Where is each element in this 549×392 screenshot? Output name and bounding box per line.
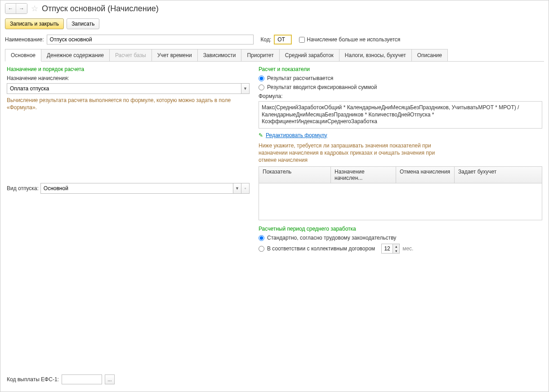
not-used-checkbox[interactable] bbox=[299, 37, 305, 43]
name-input[interactable] bbox=[47, 35, 254, 45]
radio-collective-label: В соответствии с коллективным договором bbox=[267, 245, 375, 252]
save-close-button[interactable]: Записать и закрыть bbox=[5, 18, 64, 29]
vac-type-open-icon[interactable]: ▫ bbox=[241, 183, 250, 194]
tab-desc[interactable]: Описание bbox=[411, 49, 448, 61]
radio-standard-label: Стандартно, согласно трудовому законодат… bbox=[267, 235, 396, 241]
tabs: Основное Денежное содержание Расчет базы… bbox=[5, 49, 544, 62]
forward-button[interactable]: → bbox=[16, 4, 27, 13]
section-calc-title: Расчет и показатели bbox=[259, 66, 542, 72]
tab-taxes[interactable]: Налоги, взносы, бухучет bbox=[339, 49, 412, 61]
nav-buttons: ← → bbox=[5, 3, 27, 14]
purpose-label: Назначение начисления: bbox=[7, 75, 250, 81]
indicators-table: Показатель Назначение начислен... Отмена… bbox=[259, 166, 542, 220]
page-title: Отпуск основной (Начисление) bbox=[42, 4, 159, 13]
months-suffix: мес. bbox=[402, 245, 413, 252]
tab-monetary[interactable]: Денежное содержание bbox=[41, 49, 110, 61]
th-indicator: Показатель bbox=[259, 167, 331, 183]
efs-input[interactable] bbox=[62, 374, 102, 384]
months-spinner[interactable]: ▲ ▼ bbox=[381, 244, 400, 254]
save-button[interactable]: Записать bbox=[67, 18, 99, 29]
th-accounting: Задает бухучет bbox=[455, 167, 542, 183]
formula-label: Формула: bbox=[259, 93, 542, 99]
th-assign: Назначение начислен... bbox=[331, 167, 396, 183]
spinner-down-icon[interactable]: ▼ bbox=[393, 249, 399, 253]
name-label: Наименование: bbox=[5, 36, 44, 43]
months-input[interactable] bbox=[382, 244, 393, 253]
efs-select-button[interactable]: ... bbox=[105, 374, 115, 384]
tab-main[interactable]: Основное bbox=[5, 49, 41, 62]
indicators-hint: Ниже укажите, требуется ли запрашивать з… bbox=[259, 142, 438, 164]
pencil-icon: ✎ bbox=[259, 132, 263, 138]
code-input[interactable] bbox=[274, 35, 292, 45]
purpose-dropdown-icon[interactable]: ▼ bbox=[241, 83, 250, 94]
code-label: Код: bbox=[261, 36, 272, 43]
formula-box: Макс(СреднийЗаработокОбщий * Календарные… bbox=[259, 101, 542, 129]
radio-calculated-label: Результат рассчитывается bbox=[267, 75, 333, 81]
back-button[interactable]: ← bbox=[5, 4, 16, 13]
radio-calculated[interactable] bbox=[259, 76, 264, 81]
radio-fixed[interactable] bbox=[259, 85, 264, 90]
tab-priority[interactable]: Приоритет bbox=[241, 49, 279, 61]
section-period-title: Расчетный период среднего заработка bbox=[259, 226, 542, 232]
purpose-hint: Вычисление результата расчета выполняетс… bbox=[7, 97, 250, 111]
vac-type-dropdown-icon[interactable]: ▼ bbox=[233, 183, 241, 194]
purpose-select[interactable] bbox=[7, 83, 241, 94]
tab-time[interactable]: Учет времени bbox=[152, 49, 198, 61]
radio-collective[interactable] bbox=[259, 246, 264, 252]
not-used-label: Начисление больше не используется bbox=[307, 36, 400, 43]
edit-formula-link[interactable]: Редактировать формулу bbox=[266, 132, 327, 138]
tab-avg[interactable]: Средний заработок bbox=[279, 49, 339, 61]
favorite-icon[interactable]: ☆ bbox=[31, 4, 38, 13]
tab-deps[interactable]: Зависимости bbox=[197, 49, 242, 61]
vac-type-input[interactable] bbox=[40, 183, 233, 194]
radio-standard[interactable] bbox=[259, 235, 264, 241]
tab-base[interactable]: Расчет базы bbox=[109, 49, 152, 61]
efs-label: Код выплаты ЕФС-1: bbox=[7, 376, 59, 383]
radio-fixed-label: Результат вводится фиксированной суммой bbox=[267, 84, 377, 90]
spinner-up-icon[interactable]: ▲ bbox=[393, 244, 399, 249]
section-purpose-title: Назначение и порядок расчета bbox=[7, 66, 250, 72]
vac-type-label: Вид отпуска: bbox=[7, 185, 39, 192]
th-cancel: Отмена начисления bbox=[396, 167, 455, 183]
